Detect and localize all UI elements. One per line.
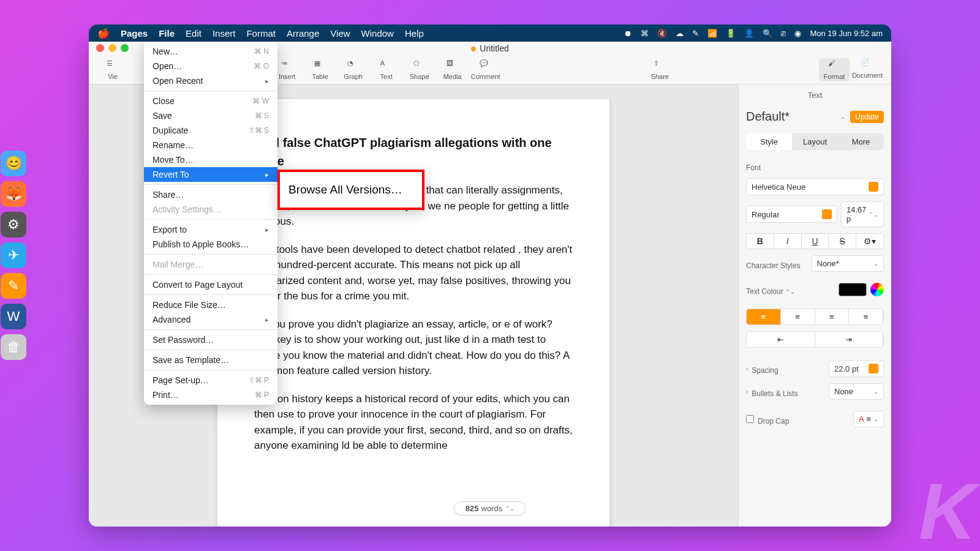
inspector-tab-text[interactable]: Text: [746, 91, 884, 100]
menu-window[interactable]: Window: [361, 28, 394, 39]
file-reduce-file-size[interactable]: Reduce File Size…: [144, 298, 277, 312]
share-button[interactable]: ⇪Share: [644, 59, 675, 80]
disclosure-icon[interactable]: ›: [746, 365, 748, 372]
menubar-datetime[interactable]: Mon 19 Jun 9:52 am: [810, 29, 883, 38]
tab-more[interactable]: More: [838, 133, 884, 150]
bold-button[interactable]: B: [747, 234, 774, 249]
word-count[interactable]: 825words⌃⌄: [454, 501, 526, 515]
wifi-icon[interactable]: 📶: [707, 29, 717, 38]
text-color-label: Text Colour ⌃⌄: [746, 287, 835, 296]
align-justify-button[interactable]: ≡: [849, 309, 883, 324]
file-revert-to[interactable]: Revert To▸: [144, 167, 277, 182]
char-styles-select[interactable]: None*⌄: [812, 255, 884, 272]
strike-button[interactable]: S: [829, 234, 856, 249]
align-left-button[interactable]: ≡: [747, 309, 781, 324]
file-export-to[interactable]: Export to▸: [144, 222, 277, 237]
chevron-down-icon[interactable]: ⌄: [840, 113, 845, 120]
view-button[interactable]: ☰Vie: [97, 59, 128, 80]
dropcap-checkbox[interactable]: [746, 415, 754, 423]
indent-decrease-button[interactable]: ⇤: [747, 332, 815, 347]
app-name[interactable]: Pages: [121, 28, 148, 39]
align-right-button[interactable]: ≡: [815, 309, 850, 324]
apple-menu-icon[interactable]: 🍎: [97, 28, 110, 39]
file-save-as-template[interactable]: Save as Template…: [144, 353, 277, 367]
tab-style[interactable]: Style: [746, 133, 792, 150]
siri-icon[interactable]: ◉: [794, 29, 801, 38]
menu-file[interactable]: File: [159, 28, 175, 39]
menu-view[interactable]: View: [330, 28, 350, 39]
indent-increase-button[interactable]: ⇥: [815, 332, 884, 347]
font-size-stepper[interactable]: 14.67 p⌃⌄: [841, 201, 884, 227]
color-picker-icon[interactable]: [870, 283, 884, 296]
spotlight-icon[interactable]: 🔍: [763, 29, 772, 38]
user-icon[interactable]: 👤: [744, 29, 754, 38]
graph-button[interactable]: ◔Graph: [338, 59, 369, 80]
revert-to-submenu: Browse All Versions…: [277, 170, 424, 210]
minimize-window-button[interactable]: [108, 44, 116, 52]
file-page-setup[interactable]: Page Set-up…⇧⌘ P: [144, 373, 277, 388]
menu-insert[interactable]: Insert: [213, 28, 236, 39]
file-new[interactable]: New…⌘ N: [144, 44, 277, 59]
bullets-select[interactable]: None⌄: [829, 383, 884, 400]
battery-icon[interactable]: 🔋: [726, 29, 736, 38]
paragraph: tiple tools have been developed to detec…: [254, 242, 573, 304]
file-open[interactable]: Open…⌘ O: [144, 59, 277, 73]
menu-help[interactable]: Help: [405, 28, 424, 39]
file-publish-apple-books[interactable]: Publish to Apple Books…: [144, 237, 277, 252]
file-share[interactable]: Share…: [144, 187, 277, 202]
zoom-window-button[interactable]: [121, 44, 129, 52]
gear-icon[interactable]: ⚙︎▾: [856, 234, 883, 249]
file-convert-page-layout[interactable]: Convert to Page Layout: [144, 277, 277, 292]
file-open-recent[interactable]: Open Recent▸: [144, 73, 277, 88]
text-color-swatch[interactable]: [839, 283, 867, 296]
cloud-icon[interactable]: ☁︎: [676, 29, 684, 38]
media-button[interactable]: 🖼Media: [437, 59, 468, 80]
text-button[interactable]: AText: [371, 59, 402, 80]
dock-telegram[interactable]: ✈︎: [1, 242, 26, 268]
format-inspector: Text Default* ⌄ Update Style Layout More…: [738, 84, 891, 527]
pen-icon[interactable]: ✎: [692, 29, 699, 38]
table-button[interactable]: ▦Table: [305, 59, 336, 80]
file-rename[interactable]: Rename…: [144, 138, 277, 152]
mute-icon[interactable]: 🔇: [657, 29, 667, 38]
window-title: Untitled: [480, 43, 508, 53]
dropcap-style-select[interactable]: A≡⌄: [853, 411, 884, 427]
dock-trash[interactable]: 🗑: [1, 334, 26, 360]
comment-button[interactable]: 💬Comment: [470, 59, 501, 80]
file-duplicate[interactable]: Duplicate⇧⌘ S: [144, 123, 277, 138]
paragraph-style-name[interactable]: Default*: [746, 110, 790, 124]
spacing-field[interactable]: 22.0 pt: [829, 360, 884, 377]
dropbox-icon[interactable]: ⌘: [641, 29, 649, 38]
underline-button[interactable]: U: [802, 234, 829, 249]
file-save[interactable]: Save⌘ S: [144, 108, 277, 123]
document-button[interactable]: 📄Document: [852, 58, 883, 81]
italic-button[interactable]: I: [774, 234, 802, 249]
format-button[interactable]: 🖌Format: [819, 58, 850, 81]
dock-word[interactable]: W: [1, 304, 26, 329]
close-window-button[interactable]: [96, 44, 104, 52]
menu-arrange[interactable]: Arrange: [287, 28, 319, 39]
file-advanced[interactable]: Advanced▸: [144, 312, 277, 327]
align-center-button[interactable]: ≡: [781, 309, 815, 324]
font-label: Font: [746, 163, 884, 172]
tab-layout[interactable]: Layout: [792, 133, 838, 150]
file-close[interactable]: Close⌘ W: [144, 94, 277, 108]
file-activity-settings: Activity Settings…: [144, 202, 277, 217]
file-move-to[interactable]: Move To…: [144, 152, 277, 167]
dock-firefox[interactable]: 🦊: [1, 181, 26, 207]
menu-format[interactable]: Format: [246, 28, 276, 39]
dock-pages[interactable]: ✎: [1, 273, 26, 299]
menu-edit[interactable]: Edit: [186, 28, 202, 39]
font-family-select[interactable]: Helvetica Neue: [746, 178, 884, 195]
update-style-button[interactable]: Update: [850, 111, 884, 123]
shape-button[interactable]: ⬠Shape: [404, 59, 435, 80]
font-weight-select[interactable]: Regular: [746, 206, 837, 223]
browse-all-versions[interactable]: Browse All Versions…: [288, 183, 413, 197]
file-set-password[interactable]: Set Password…: [144, 332, 277, 347]
disclosure-icon[interactable]: ›: [746, 388, 748, 395]
file-print[interactable]: Print…⌘ P: [144, 388, 277, 402]
dock-finder[interactable]: 😊: [1, 151, 26, 176]
dock-settings[interactable]: ⚙︎: [1, 212, 26, 238]
status-icon[interactable]: ⏺: [624, 29, 632, 38]
control-center-icon[interactable]: ⎚: [781, 29, 786, 38]
